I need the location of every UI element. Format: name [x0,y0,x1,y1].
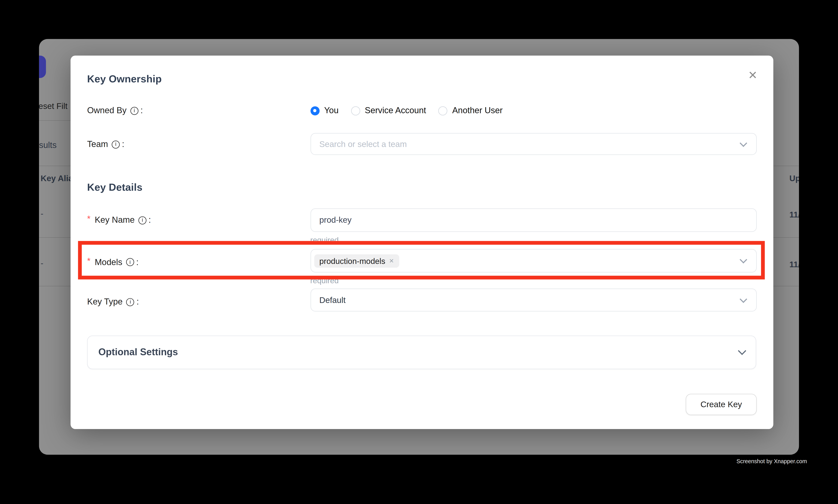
background-row-alias: - [41,209,43,218]
info-icon[interactable]: i [126,258,134,266]
label-colon: : [140,106,143,115]
info-icon[interactable]: i [126,298,134,306]
background-reset-filters-partial: eset Filt [39,102,68,111]
required-asterisk: * [87,214,90,224]
background-row-updated: 11/ [789,210,799,220]
owned-by-label: Owned By i : [87,101,143,120]
background-row-updated: 11/ [789,259,799,269]
optional-settings-title: Optional Settings [99,347,178,358]
radio-label: Service Account [365,106,426,115]
key-name-label: * Key Name i : [87,209,151,231]
background-updated-header-partial: Up [789,174,799,183]
label-colon: : [136,257,139,267]
model-tag-label: production-models [319,256,386,266]
team-select[interactable] [310,133,756,155]
chevron-down-icon [739,295,747,303]
key-type-label: Key Type i : [87,290,139,313]
radio-option-you[interactable]: You [310,106,339,115]
key-type-select[interactable]: Default [310,288,756,311]
radio-label: You [324,106,339,115]
background-primary-button-sliver [39,56,46,78]
create-key-modal: ✕ Key Ownership Owned By i : You Service… [70,55,773,429]
label-colon: : [122,139,124,149]
chevron-down-icon [738,347,746,355]
close-icon[interactable]: ✕ [744,66,762,84]
watermark-text: Screenshot by Xnapper.com [736,458,807,464]
remove-tag-icon[interactable]: ✕ [389,257,394,264]
required-asterisk: * [87,256,90,266]
background-key-alias-header-partial: Key Alia [41,174,73,183]
key-type-label-text: Key Type [87,297,123,307]
radio-label: Another User [452,106,503,115]
info-icon[interactable]: i [112,140,120,148]
team-search-input[interactable] [319,139,748,149]
key-type-value: Default [319,295,345,305]
radio-unselected-icon[interactable] [351,106,360,115]
owned-by-radio-group: You Service Account Another User [310,101,503,120]
info-icon[interactable]: i [139,216,146,224]
radio-option-service-account[interactable]: Service Account [351,106,426,115]
label-colon: : [137,297,139,307]
models-select[interactable]: production-models ✕ [310,249,756,272]
key-details-section-title: Key Details [87,181,142,193]
selected-model-tag: production-models ✕ [314,254,399,267]
owned-by-label-text: Owned By [87,106,126,115]
background-results-partial: sults [39,141,57,150]
models-label-text: Models [95,257,122,267]
create-key-button[interactable]: Create Key [686,394,757,415]
team-label-text: Team [87,139,108,149]
radio-unselected-icon[interactable] [438,106,447,115]
key-name-required-hint: required [310,235,339,244]
radio-option-another-user[interactable]: Another User [438,106,503,115]
key-ownership-section-title: Key Ownership [87,73,162,85]
team-label: Team i : [87,133,124,155]
key-name-field [310,209,756,232]
background-row-alias: - [41,259,43,268]
key-name-label-text: Key Name [95,215,135,225]
radio-selected-icon[interactable] [310,106,319,115]
key-name-input[interactable] [319,215,748,225]
label-colon: : [148,215,151,225]
models-required-hint: required [310,276,339,285]
chevron-down-icon [739,256,747,264]
info-icon[interactable]: i [130,107,138,114]
models-label: * Models i : [87,250,139,274]
optional-settings-toggle[interactable]: Optional Settings [87,336,756,369]
screenshot-stage: eset Filt sults Key Alia Up - 11/ - 11/ … [0,0,838,504]
